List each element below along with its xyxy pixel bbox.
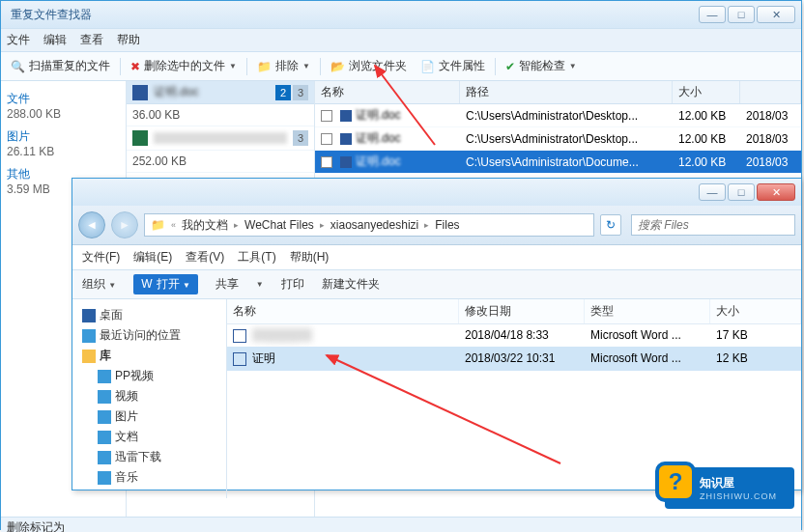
dup-count-3[interactable]: 3 [293, 85, 308, 100]
menu-tools[interactable]: 工具(T) [238, 249, 275, 266]
folder-icon: 📁 [151, 218, 165, 232]
organize-button[interactable]: 组织 ▼ [82, 276, 116, 293]
menu-help[interactable]: 帮助 [117, 32, 140, 48]
folder-icon [98, 410, 111, 424]
tree-node[interactable]: 库 [82, 346, 226, 366]
breadcrumb[interactable]: xiaosanyedeshizi [330, 218, 418, 232]
forward-button[interactable]: ► [111, 211, 138, 238]
tree-node[interactable]: PP视频 [82, 366, 226, 386]
minimize-button[interactable]: — [699, 183, 726, 201]
titlebar[interactable]: 重复文件查找器 — □ ✕ [1, 1, 801, 28]
checkbox[interactable] [321, 110, 332, 122]
col-date[interactable]: 修改日期 [459, 299, 585, 323]
menu-edit[interactable]: 编辑(E) [133, 249, 172, 266]
table-row[interactable]: 证明.docC:\Users\Administrator\Docume...12… [315, 151, 801, 174]
delete-selected-button[interactable]: ✖删除选中的文件▼ [127, 56, 241, 76]
share-button[interactable]: 共享 [215, 276, 239, 293]
file-size: 17 KB [710, 324, 801, 346]
tree-node[interactable]: 文档 [82, 427, 226, 447]
col-size[interactable]: 大小 [710, 299, 801, 323]
list-item[interactable]: 证明2018/03/22 10:31Microsoft Word ...12 K… [227, 347, 801, 371]
search-input[interactable] [631, 214, 795, 236]
tree-node[interactable]: 音乐 [82, 467, 226, 488]
col-type[interactable]: 类型 [585, 299, 710, 323]
tree-label: 最近访问的位置 [100, 327, 181, 344]
explorer-toolbar: 组织 ▼ W打开 ▼ 共享 ▼ 打印 新建文件夹 [72, 269, 801, 299]
smart-check-button[interactable]: ✔智能检查▼ [502, 56, 581, 76]
breadcrumb[interactable]: WeChat Files [244, 218, 314, 232]
new-folder-button[interactable]: 新建文件夹 [322, 276, 380, 293]
folder-icon [98, 390, 111, 404]
checkbox[interactable] [321, 133, 332, 145]
word-icon [132, 85, 148, 100]
menu-file[interactable]: 文件 [7, 32, 30, 48]
col-name[interactable]: 名称 [315, 81, 460, 103]
tree-node[interactable]: 最近访问的位置 [82, 325, 226, 346]
col-path[interactable]: 路径 [460, 81, 673, 103]
explorer-titlebar[interactable]: — □ ✕ [72, 179, 801, 206]
breadcrumb[interactable]: 我的文档 [182, 217, 228, 234]
file-name: 证明.doc [356, 154, 401, 168]
exclude-button[interactable]: 📁排除▼ [253, 56, 314, 76]
maximize-button[interactable]: □ [728, 183, 755, 201]
col-date[interactable] [740, 81, 801, 103]
dup-count-2[interactable]: 2 [275, 85, 291, 100]
file-size: 12.00 KB [673, 106, 740, 126]
folder-icon [98, 370, 111, 383]
close-button[interactable]: ✕ [757, 183, 795, 201]
chevron-down-icon: ▼ [302, 62, 310, 70]
word-icon [340, 133, 352, 145]
checkbox[interactable] [321, 156, 332, 168]
explorer-window: — □ ✕ ◄ ► 📁 « 我的文档▸ WeChat Files▸ xiaosa… [72, 178, 802, 490]
cat-images[interactable]: 图片 [7, 128, 120, 145]
breadcrumb[interactable]: Files [435, 218, 459, 232]
menu-edit[interactable]: 编辑 [43, 32, 67, 48]
browse-folder-button[interactable]: 📂浏览文件夹 [327, 56, 411, 76]
chevron-down-icon: ▼ [569, 62, 577, 70]
excel-icon [132, 130, 148, 146]
explorer-menubar: 文件(F) 编辑(E) 查看(V) 工具(T) 帮助(H) [72, 245, 801, 269]
table-row[interactable]: 证明.docC:\Users\Administrator\Desktop...1… [315, 104, 801, 127]
col-name[interactable]: 名称 [227, 299, 459, 323]
folder-icon [82, 350, 96, 363]
table-row[interactable]: 证明.docC:\Users\Administrator\Desktop...1… [315, 127, 801, 151]
breadcrumb-sep: « [171, 220, 176, 230]
group-row[interactable]: 证明.doc 2 3 [127, 81, 314, 104]
tree-node[interactable]: 桌面 [82, 305, 226, 325]
list-item[interactable]: ████2018/04/18 8:33Microsoft Word ...17 … [227, 324, 801, 347]
back-button[interactable]: ◄ [78, 211, 105, 238]
dup-count-3[interactable]: 3 [293, 130, 308, 146]
address-bar[interactable]: 📁 « 我的文档▸ WeChat Files▸ xiaosanyedeshizi… [144, 213, 594, 237]
menu-file[interactable]: 文件(F) [82, 249, 120, 266]
word-icon [340, 156, 352, 168]
tree-node[interactable]: 视频 [82, 386, 226, 406]
file-date: 2018/03 [740, 129, 801, 149]
folder-icon [98, 431, 111, 444]
print-button[interactable]: 打印 [281, 276, 304, 293]
maximize-button[interactable]: □ [728, 6, 755, 23]
minimize-button[interactable]: — [699, 6, 726, 23]
watermark-logo: ? 知识屋ZHISHIWU.COM [665, 467, 794, 509]
status-bar: 删除标记为 [1, 517, 801, 532]
tree-node[interactable]: 迅雷下载 [82, 447, 226, 467]
properties-button[interactable]: 📄文件属性 [416, 56, 489, 76]
close-button[interactable]: ✕ [757, 6, 795, 23]
file-name: ████ [252, 328, 312, 342]
separator [320, 58, 321, 75]
menu-help[interactable]: 帮助(H) [290, 249, 330, 266]
tree-node[interactable]: 图片 [82, 406, 226, 427]
group-size-row: 252.00 KB [127, 151, 314, 173]
word-icon [233, 329, 246, 343]
magnifier-icon: 🔍 [11, 60, 25, 73]
file-type: Microsoft Word ... [585, 348, 710, 369]
menu-view[interactable]: 查看 [80, 32, 103, 48]
menu-view[interactable]: 查看(V) [186, 249, 224, 266]
group-row[interactable]: 3 [127, 126, 314, 151]
open-button[interactable]: W打开 ▼ [133, 274, 198, 294]
cat-files[interactable]: 文件 [7, 91, 120, 107]
folder-icon [82, 309, 96, 322]
file-path: C:\Users\Administrator\Desktop... [460, 106, 673, 126]
scan-button[interactable]: 🔍扫描重复的文件 [7, 56, 114, 76]
refresh-button[interactable]: ↻ [600, 214, 621, 236]
col-size[interactable]: 大小 [673, 81, 740, 103]
